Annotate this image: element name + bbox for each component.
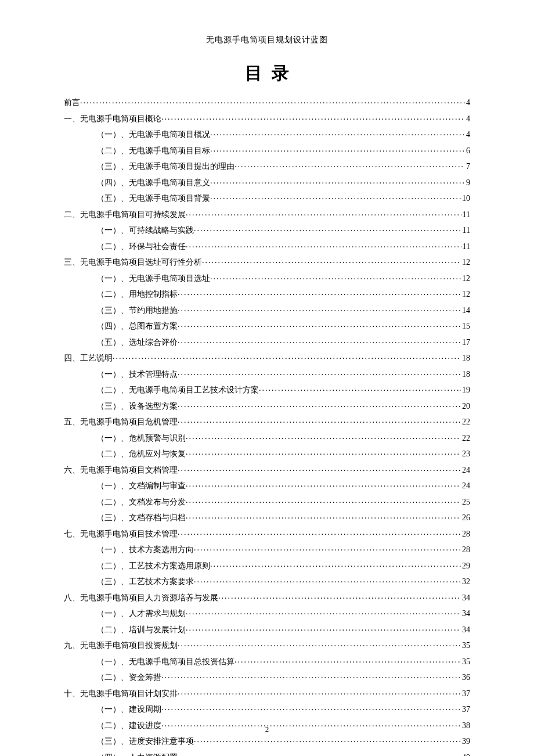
toc-entry-label: （二）、培训与发展计划 [96,626,186,634]
toc-leader [210,193,461,201]
toc-entry: 十、无电源手电筒项目计划安排37 [64,688,470,698]
toc-entry: 八、无电源手电筒项目人力资源培养与发展34 [64,592,470,602]
toc-leader [186,608,461,616]
toc-entry: 六、无电源手电筒项目文档管理24 [64,465,470,474]
toc-leader [161,672,461,680]
toc-leader [161,113,465,121]
toc-entry-label: （五）、无电源手电筒项目背景 [96,195,210,203]
toc-leader [234,161,465,169]
toc-leader [186,496,461,505]
toc-entry-page: 12 [461,275,470,283]
toc-leader [178,752,461,757]
toc-entry-page: 4 [465,115,470,123]
toc-entry-page: 24 [461,466,470,474]
toc-entry-label: （四）、人力资源配置 [96,754,178,757]
toc-entry: 一、无电源手电筒项目概论4 [64,113,470,123]
toc-entry-label: （二）、文档发布与分发 [96,498,186,506]
toc-leader [178,688,461,696]
toc-title: 目录 [64,62,470,85]
toc-entry-page: 4 [465,131,470,139]
toc-entry: （一）、无电源手电筒项目概况4 [64,129,470,139]
toc-leader [259,384,461,393]
toc-entry: 前言4 [64,97,470,107]
toc-entry: （三）、节约用地措施14 [64,305,470,315]
toc-entry: （三）、文档存档与归档26 [64,512,470,522]
toc-leader [161,704,461,712]
toc-entry-page: 25 [461,498,470,506]
toc-entry-page: 22 [461,434,470,442]
toc-leader [80,97,465,105]
toc-entry: （二）、工艺技术方案选用原则29 [64,560,470,570]
toc-leader [210,145,465,153]
toc-leader [178,289,461,297]
toc-entry-page: 18 [461,370,470,379]
page-header: 无电源手电筒项目规划设计蓝图 [64,35,470,45]
toc-entry-label: （一）、文档编制与审查 [96,482,186,490]
toc-leader [194,576,461,584]
toc-entry-page: 28 [461,546,470,554]
toc-entry-page: 37 [461,705,470,714]
toc-leader [186,241,461,249]
toc-entry-page: 12 [461,290,470,298]
toc-entry-label: 五、无电源手电筒项目危机管理 [64,418,178,426]
toc-entry-page: 12 [461,258,470,267]
toc-entry-page: 20 [461,402,470,411]
toc-leader [186,448,461,456]
toc-entry-page: 40 [461,754,470,757]
toc-entry: （三）、工艺技术方案要求32 [64,576,470,586]
toc-entry-label: （一）、技术管理特点 [96,370,178,379]
toc-entry-label: （三）、设备选型方案 [96,402,178,411]
page-number: 2 [0,725,534,734]
toc-entry-label: （一）、危机预警与识别 [96,434,186,442]
toc-leader [178,465,461,473]
toc-leader [186,480,461,488]
toc-leader [186,433,461,441]
toc-entry-label: 二、无电源手电筒项目可持续发展 [64,211,186,219]
toc-leader [178,305,461,313]
toc-leader [186,512,461,520]
toc-entry-label: （二）、用地控制指标 [96,290,178,298]
toc-leader [210,129,465,137]
toc-entry: （二）、资金筹措36 [64,672,470,682]
toc-entry-label: （五）、选址综合评价 [96,339,178,347]
toc-entry: 五、无电源手电筒项目危机管理22 [64,416,470,426]
toc-entry: （一）、危机预警与识别22 [64,433,470,442]
toc-entry: （二）、用地控制指标12 [64,289,470,298]
toc-leader [178,321,461,329]
toc-entry: （二）、环保与社会责任11 [64,241,470,251]
toc-entry: 七、无电源手电筒项目技术管理28 [64,528,470,538]
toc-entry: （二）、培训与发展计划34 [64,624,470,634]
toc-entry-label: （一）、无电源手电筒项目总投资估算 [96,658,234,666]
toc-entry: （四）、总图布置方案15 [64,321,470,330]
toc-entry-label: （二）、无电源手电筒项目工艺技术设计方案 [96,386,259,394]
toc-entry-label: 九、无电源手电筒项目投资规划 [64,642,178,650]
toc-entry-label: 四、工艺说明 [64,354,113,362]
toc-entry-label: （二）、环保与社会责任 [96,243,186,251]
toc-leader [218,592,461,600]
toc-entry-label: 三、无电源手电筒项目选址可行性分析 [64,258,202,267]
toc-entry-label: （三）、进度安排注意事项 [96,737,194,746]
toc-leader [178,416,461,424]
toc-entry-page: 19 [461,386,470,394]
toc-entry-label: （二）、资金筹措 [96,674,161,682]
toc-leader [202,257,461,265]
toc-entry: （三）、设备选型方案20 [64,401,470,411]
toc-entry-page: 14 [461,307,470,315]
toc-entry: （三）、无电源手电筒项目提出的理由7 [64,161,470,171]
toc-entry-page: 15 [461,322,470,330]
toc-entry-label: 七、无电源手电筒项目技术管理 [64,530,178,538]
toc-entry: （五）、选址综合评价17 [64,337,470,347]
toc-entry-label: （一）、建设周期 [96,705,161,714]
toc-entry-page: 37 [461,690,470,698]
toc-entry-page: 35 [461,642,470,650]
toc-leader [234,656,461,664]
toc-entry-page: 28 [461,530,470,538]
toc-entry-label: （一）、技术方案选用方向 [96,546,194,554]
toc-entry-page: 22 [461,418,470,426]
toc-entry: （一）、无电源手电筒项目总投资估算35 [64,656,470,666]
toc-entry-page: 34 [461,610,470,618]
toc-entry: （一）、无电源手电筒项目选址12 [64,273,470,283]
toc-leader [178,640,461,648]
toc-leader [186,624,461,632]
toc-entry-label: （一）、无电源手电筒项目概况 [96,131,210,139]
